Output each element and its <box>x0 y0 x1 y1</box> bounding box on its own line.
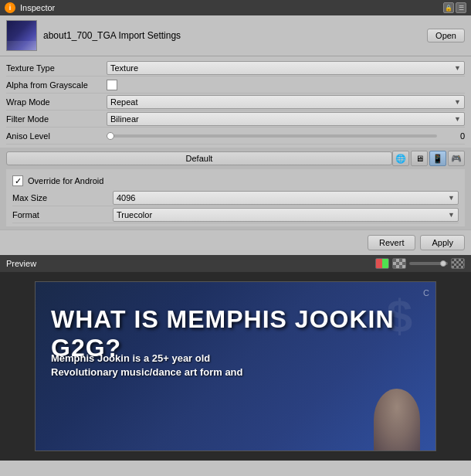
slider-thumb[interactable] <box>107 132 114 140</box>
filter-mode-row: Filter Mode Bilinear ▼ <box>6 110 465 128</box>
aniso-level-slider[interactable] <box>107 134 437 138</box>
alpha-grayscale-checkbox[interactable] <box>107 80 117 90</box>
preview-image-bg: $ What is Memphis Jookin G2G? Memphis Jo… <box>36 282 435 450</box>
format-value: Truecolor <box>117 210 152 219</box>
default-button[interactable]: Default <box>6 151 392 165</box>
phone-icon-btn[interactable]: 📱 <box>429 151 446 166</box>
texture-type-label: Texture Type <box>6 63 107 73</box>
inspector-title: Inspector <box>20 3 439 12</box>
override-label: Override for Android <box>28 176 103 185</box>
checker-button[interactable] <box>392 258 406 269</box>
texture-type-dropdown[interactable]: Texture ▼ <box>107 61 465 75</box>
inspector-icon: i <box>5 2 15 13</box>
aniso-level-row: Aniso Level 0 <box>6 128 465 144</box>
filter-mode-value: Bilinear <box>110 114 139 124</box>
chevron-down-icon: ▼ <box>454 64 461 72</box>
inspector-title-bar: i Inspector 🔒 ☰ <box>0 0 471 15</box>
apply-button[interactable]: Apply <box>420 235 465 250</box>
texture-type-row: Texture Type Texture ▼ <box>6 60 465 76</box>
platform-section: Default 🌐 🖥 📱 🎮 ✓ Override for Android M… <box>0 148 471 230</box>
chevron-down-icon: ▼ <box>448 211 455 219</box>
max-size-row: Max Size 4096 ▼ <box>12 189 459 206</box>
format-control[interactable]: Truecolor ▼ <box>113 208 459 222</box>
preview-checker-end <box>451 258 465 269</box>
filter-mode-dropdown[interactable]: Bilinear ▼ <box>107 112 465 126</box>
wrap-mode-value: Repeat <box>110 97 137 107</box>
override-row: ✓ Override for Android <box>12 172 459 189</box>
asset-header: about1_700_TGA Import Settings Open <box>0 15 471 56</box>
aniso-level-label: Aniso Level <box>6 131 107 141</box>
chevron-down-icon: ▼ <box>448 194 455 202</box>
buttons-row: Revert Apply <box>0 230 471 255</box>
aniso-level-value: 0 <box>442 131 465 141</box>
open-button[interactable]: Open <box>427 29 465 42</box>
format-label: Format <box>12 210 113 219</box>
chevron-down-icon: ▼ <box>454 115 461 123</box>
wrap-mode-row: Wrap Mode Repeat ▼ <box>6 94 465 110</box>
max-size-control[interactable]: 4096 ▼ <box>113 191 459 205</box>
preview-content: $ What is Memphis Jookin G2G? Memphis Jo… <box>0 272 471 461</box>
preview-controls <box>375 258 465 269</box>
preview-image-container: $ What is Memphis Jookin G2G? Memphis Jo… <box>35 281 436 451</box>
chevron-down-icon: ▼ <box>454 98 461 106</box>
title-bar-controls: 🔒 ☰ <box>443 2 466 13</box>
lock-button[interactable]: 🔒 <box>443 2 454 13</box>
platform-icons: 🌐 🖥 📱 🎮 <box>392 151 465 166</box>
max-size-dropdown[interactable]: 4096 ▼ <box>113 191 459 205</box>
filter-mode-label: Filter Mode <box>6 114 107 124</box>
alpha-grayscale-control <box>107 80 465 90</box>
texture-type-value: Texture <box>110 63 138 73</box>
color-mode-button[interactable] <box>375 258 389 269</box>
wrap-mode-dropdown[interactable]: Repeat ▼ <box>107 95 465 109</box>
revert-button[interactable]: Revert <box>368 235 415 250</box>
max-size-label: Max Size <box>12 193 113 202</box>
preview-slider-thumb[interactable] <box>440 260 446 267</box>
preview-body-line2: Revolutionary music/dance art form and <box>51 366 243 378</box>
preview-title-bar: Preview <box>0 255 471 272</box>
alpha-grayscale-row: Alpha from Grayscale <box>6 76 465 94</box>
override-checkbox[interactable]: ✓ <box>12 175 23 186</box>
asset-title: about1_700_TGA Import Settings <box>43 30 181 41</box>
format-row: Format Truecolor ▼ <box>12 206 459 223</box>
menu-button[interactable]: ☰ <box>456 2 466 13</box>
texture-type-control[interactable]: Texture ▼ <box>107 61 465 75</box>
alpha-grayscale-label: Alpha from Grayscale <box>6 80 107 90</box>
preview-zoom-slider[interactable] <box>409 262 448 265</box>
settings-section: Texture Type Texture ▼ Alpha from Graysc… <box>0 56 471 148</box>
format-dropdown[interactable]: Truecolor ▼ <box>113 208 459 222</box>
preview-person-silhouette <box>374 389 420 450</box>
filter-mode-control[interactable]: Bilinear ▼ <box>107 112 465 126</box>
preview-body: Memphis Jookin is a 25+ year old Revolut… <box>51 352 243 379</box>
wrap-mode-control[interactable]: Repeat ▼ <box>107 95 465 109</box>
globe-icon-btn[interactable]: 🌐 <box>392 151 409 166</box>
preview-corner-indicator: C <box>423 288 429 298</box>
preview-title: Preview <box>6 259 371 268</box>
override-section: ✓ Override for Android Max Size 4096 ▼ F… <box>6 169 465 226</box>
preview-body-line1: Memphis Jookin is a 25+ year old <box>51 352 210 364</box>
asset-thumbnail <box>6 20 37 51</box>
preview-panel: Preview $ What is Memphis Jookin G2G? Me… <box>0 255 471 461</box>
wrap-mode-label: Wrap Mode <box>6 97 107 107</box>
aniso-level-control: 0 <box>107 131 465 141</box>
max-size-value: 4096 <box>117 193 135 202</box>
gamepad-icon-btn[interactable]: 🎮 <box>448 151 465 166</box>
default-bar: Default 🌐 🖥 📱 🎮 <box>6 151 465 166</box>
monitor-icon-btn[interactable]: 🖥 <box>411 151 428 166</box>
